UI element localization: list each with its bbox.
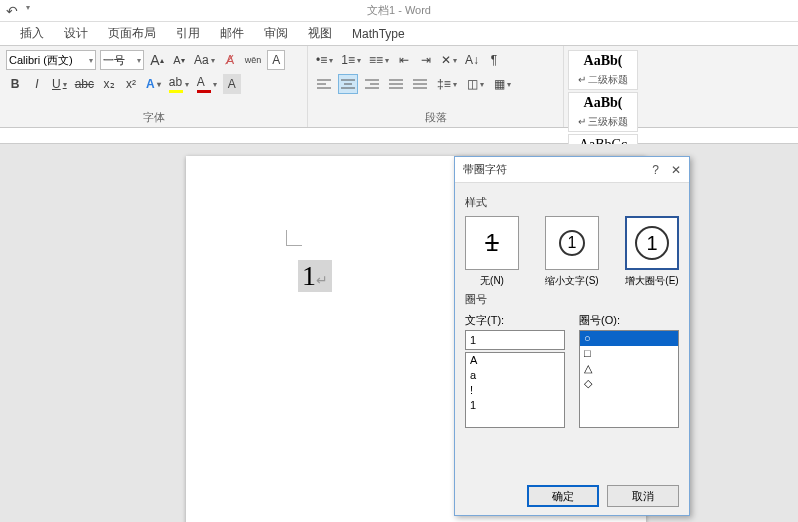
font-group-label: 字体 [6,108,301,125]
align-left-button[interactable] [314,74,334,94]
close-icon[interactable]: ✕ [671,163,681,177]
tab-layout[interactable]: 页面布局 [98,21,166,46]
multilevel-button[interactable]: ≡≡ [367,50,391,70]
subscript-button[interactable]: x₂ [100,74,118,94]
font-name-select[interactable]: Calibri (西文)▾ [6,50,96,70]
tab-insert[interactable]: 插入 [10,21,54,46]
italic-button[interactable]: I [28,74,46,94]
ribbon: Calibri (西文)▾ 一号▾ A▴ A▾ Aa A̸ wēn A B I … [0,46,798,128]
sort-button[interactable]: A↓ [463,50,481,70]
shrink-font-button[interactable]: A▾ [170,50,188,70]
ring-listbox[interactable]: ○ □ △ ◇ [579,330,679,428]
decrease-indent-button[interactable]: ⇤ [395,50,413,70]
margin-marker [286,230,302,246]
align-right-button[interactable] [362,74,382,94]
align-center-button[interactable] [338,74,358,94]
clear-format-button[interactable]: A̸ [221,50,239,70]
line-spacing-button[interactable]: ‡≡ [434,74,460,94]
distributed-button[interactable] [410,74,430,94]
enclose-characters-dialog: 带圈字符 ? ✕ 样式 1 无(N) 1 缩小文字(S) 1 增大圈号(E) 圈… [454,156,690,516]
ribbon-tabs: 插入 设计 页面布局 引用 邮件 审阅 视图 MathType [0,22,798,46]
bullets-button[interactable]: •≡ [314,50,335,70]
ruler [0,128,798,144]
dropdown-icon[interactable]: ▾ [26,3,30,19]
styles-gallery: AaBb( ↵ 二级标题 AaBb( ↵ 三级标题 AaBbCc ↵ 我的论… [564,46,798,127]
tab-view[interactable]: 视图 [298,21,342,46]
superscript-button[interactable]: x² [122,74,140,94]
phonetic-guide-button[interactable]: wēn [243,50,264,70]
ring-section-label: 圈号 [465,292,679,307]
typed-text: 1 [298,260,332,292]
strike-button[interactable]: abc [73,74,96,94]
char-border-button[interactable]: A [267,50,285,70]
numbering-button[interactable]: 1≡ [339,50,363,70]
text-effects-button[interactable]: A [144,74,163,94]
bold-button[interactable]: B [6,74,24,94]
underline-button[interactable]: U [50,74,69,94]
style-option-enlarge[interactable]: 1 增大圈号(E) [625,216,679,288]
undo-icon[interactable]: ↶ [6,3,18,19]
style-option-none[interactable]: 1 无(N) [465,216,519,288]
tab-review[interactable]: 审阅 [254,21,298,46]
tab-mailings[interactable]: 邮件 [210,21,254,46]
increase-indent-button[interactable]: ⇥ [417,50,435,70]
style-heading2[interactable]: AaBb( ↵ 二级标题 [568,50,638,90]
change-case-button[interactable]: Aa [192,50,217,70]
text-column-label: 文字(T): [465,313,565,328]
style-heading3[interactable]: AaBb( ↵ 三级标题 [568,92,638,132]
font-color-button[interactable]: A [195,74,219,94]
tab-mathtype[interactable]: MathType [342,23,415,45]
style-option-shrink[interactable]: 1 缩小文字(S) [545,216,599,288]
char-shading-button[interactable]: A [223,74,241,94]
grow-font-button[interactable]: A▴ [148,50,166,70]
highlight-button[interactable]: ab [167,74,191,94]
dialog-title: 带圈字符 [463,162,507,177]
show-marks-button[interactable]: ¶ [485,50,503,70]
ring-column-label: 圈号(O): [579,313,679,328]
help-icon[interactable]: ? [652,163,659,177]
tab-references[interactable]: 引用 [166,21,210,46]
paragraph-group-label: 段落 [314,108,557,125]
align-justify-button[interactable] [386,74,406,94]
tab-design[interactable]: 设计 [54,21,98,46]
shading-button[interactable]: ◫ [464,74,487,94]
text-input[interactable] [465,330,565,350]
font-size-select[interactable]: 一号▾ [100,50,144,70]
borders-button[interactable]: ▦ [491,74,514,94]
asian-layout-button[interactable]: ✕ [439,50,459,70]
ok-button[interactable]: 确定 [527,485,599,507]
window-title: 文档1 - Word [367,3,431,18]
style-section-label: 样式 [465,195,679,210]
cancel-button[interactable]: 取消 [607,485,679,507]
text-listbox[interactable]: A a ! 1 [465,352,565,428]
